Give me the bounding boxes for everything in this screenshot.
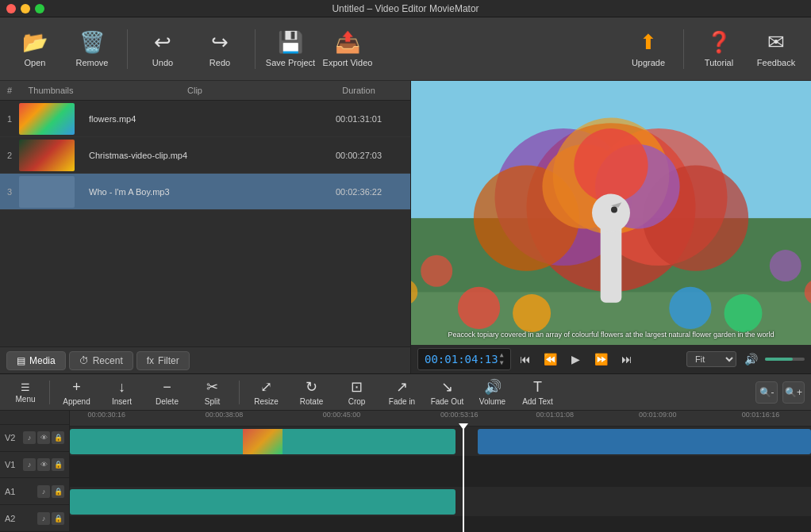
split-button[interactable]: ✂ Split: [190, 377, 234, 408]
upgrade-button[interactable]: ⬆ Upgrade: [621, 23, 675, 75]
skip-start-button[interactable]: ⏮: [514, 349, 536, 369]
clip-v2-1[interactable]: [70, 429, 455, 454]
crop-button[interactable]: ⊡ Crop: [335, 377, 379, 408]
ruler-mark-6: 00:01:09:00: [639, 411, 677, 419]
rotate-button[interactable]: ↻ Rotate: [290, 377, 333, 408]
v2-audio-btn[interactable]: ♪: [23, 431, 36, 444]
menu-button[interactable]: ☰ Menu: [6, 377, 44, 408]
track-a2[interactable]: [70, 517, 811, 532]
volume-button-tl[interactable]: 🔊 Volume: [471, 377, 514, 408]
time-steppers[interactable]: ▲ ▼: [500, 351, 504, 366]
split-icon: ✂: [206, 378, 218, 396]
redo-button[interactable]: ↪ Redo: [193, 23, 247, 75]
close-button[interactable]: [6, 4, 16, 13]
row-num-2: 2: [0, 151, 19, 160]
a2-audio-btn[interactable]: ♪: [37, 512, 50, 525]
a1-lock-btn[interactable]: 🔒: [52, 485, 64, 498]
tab-filter-label: Filter: [158, 355, 179, 366]
time-up[interactable]: ▲: [500, 351, 504, 359]
delete-icon: −: [163, 379, 171, 396]
col-clip: Clip: [83, 84, 307, 97]
media-row[interactable]: 2 Christmas-video-clip.mp4 00:00:27:03: [0, 137, 410, 174]
volume-icon: 🔊: [484, 378, 502, 396]
tutorial-button[interactable]: ❓ Tutorial: [692, 23, 746, 75]
ruler-mark-5: 00:01:01:08: [536, 411, 574, 419]
track-v2[interactable]: [70, 427, 811, 457]
time-down[interactable]: ▼: [500, 359, 504, 367]
play-button[interactable]: ▶: [565, 349, 587, 369]
append-button[interactable]: + Append: [55, 377, 98, 408]
undo-icon: ↩: [154, 30, 171, 55]
v1-controls[interactable]: ♪ 👁 🔒: [23, 458, 64, 471]
svg-point-19: [725, 294, 763, 332]
a2-controls[interactable]: ♪ 🔒: [37, 512, 64, 525]
volume-slider[interactable]: [765, 358, 805, 361]
v1-lock-btn[interactable]: 🔒: [52, 458, 64, 471]
media-row[interactable]: 1 flowers.mp4 00:01:31:01: [0, 101, 410, 137]
fadeout-button[interactable]: ↘ Fade Out: [425, 377, 469, 408]
tab-filter[interactable]: fx Filter: [136, 351, 190, 370]
resize-button[interactable]: ⤢ Resize: [244, 377, 288, 408]
menu-icon: ☰: [21, 381, 30, 393]
video-frame: Peacock topiary covered in an array of c…: [411, 81, 811, 345]
fit-select[interactable]: Fit 50% 75% 100%: [686, 351, 736, 367]
v1-eye-btn[interactable]: 👁: [37, 458, 50, 471]
track-a1[interactable]: [70, 487, 811, 517]
open-icon: 📂: [22, 30, 48, 55]
ruler-mark-3: 00:00:45:00: [323, 411, 361, 419]
insert-icon: ↓: [118, 379, 125, 396]
upgrade-icon: ⬆: [640, 30, 657, 55]
a1-audio-btn[interactable]: ♪: [37, 485, 50, 498]
delete-button[interactable]: − Delete: [145, 377, 189, 408]
svg-point-13: [592, 194, 630, 232]
thumbnail-2: [19, 140, 75, 171]
rewind-button[interactable]: ⏪: [540, 349, 562, 369]
preview-image: [411, 81, 811, 345]
menu-label: Menu: [15, 395, 35, 404]
crop-icon: ⊡: [351, 378, 363, 396]
fadein-button[interactable]: ↗ Fade in: [380, 377, 424, 408]
a1-controls[interactable]: ♪ 🔒: [37, 485, 64, 498]
clip-preview-thumb: [243, 429, 283, 454]
append-icon: +: [72, 379, 81, 396]
clip-a1[interactable]: [70, 489, 455, 515]
feedback-button[interactable]: ✉ Feedback: [749, 23, 803, 75]
minimize-button[interactable]: [21, 4, 30, 13]
a2-label: A2: [5, 514, 15, 523]
zoom-out-button[interactable]: 🔍-: [755, 381, 778, 404]
toolbar-separator-3: [683, 29, 684, 69]
zoom-in-button[interactable]: 🔍+: [782, 381, 805, 404]
undo-button[interactable]: ↩ Undo: [136, 23, 190, 75]
fast-forward-button[interactable]: ⏩: [590, 349, 613, 369]
media-row[interactable]: 3 Who - I'm A Boy.mp3 00:02:36:22: [0, 174, 410, 210]
save-button[interactable]: 💾 Save Project: [263, 23, 317, 75]
a2-lock-btn[interactable]: 🔒: [52, 512, 64, 525]
col-num: #: [0, 84, 19, 97]
ruler-mark-4: 00:00:53:16: [440, 411, 479, 419]
timeline-ruler[interactable]: 00:00:30:16 00:00:38:08 00:00:45:00 00:0…: [70, 411, 811, 427]
maximize-button[interactable]: [35, 4, 44, 13]
tutorial-icon: ❓: [706, 30, 732, 55]
remove-button[interactable]: 🗑️ Remove: [65, 23, 119, 75]
clip-v2-2[interactable]: [478, 429, 811, 454]
v2-lock-btn[interactable]: 🔒: [52, 431, 64, 444]
open-button[interactable]: 📂 Open: [8, 23, 62, 75]
tab-recent-label: Recent: [93, 355, 123, 366]
filter-tab-icon: fx: [147, 355, 154, 366]
track-v1[interactable]: [70, 457, 811, 487]
export-button[interactable]: 📤 Export Video: [321, 23, 375, 75]
track-label-a1: A1 ♪ 🔒: [0, 478, 69, 505]
v1-audio-btn[interactable]: ♪: [23, 458, 36, 471]
skip-end-button[interactable]: ⏭: [616, 349, 638, 369]
tab-media[interactable]: ▤ Media: [6, 351, 66, 370]
main-area: # Thumbnails Clip Duration 1 flowers.mp4…: [0, 81, 811, 373]
v2-controls[interactable]: ♪ 👁 🔒: [23, 431, 64, 444]
media-tabs: ▤ Media ⏱ Recent fx Filter: [0, 346, 410, 373]
insert-button[interactable]: ↓ Insert: [100, 377, 144, 408]
tab-recent[interactable]: ⏱ Recent: [69, 351, 133, 370]
v2-eye-btn[interactable]: 👁: [37, 431, 50, 444]
addtext-button[interactable]: T Add Text: [516, 377, 559, 408]
volume-button[interactable]: 🔊: [740, 349, 762, 369]
window-controls[interactable]: [6, 4, 44, 13]
timeline-tracks: [70, 427, 811, 532]
